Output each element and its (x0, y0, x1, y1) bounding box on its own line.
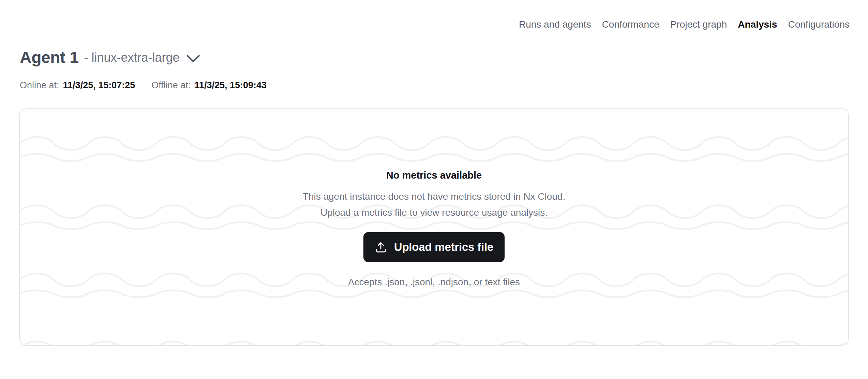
nav-item-project-graph[interactable]: Project graph (670, 19, 727, 30)
nav-item-conformance[interactable]: Conformance (602, 19, 659, 30)
empty-state-content: No metrics available This agent instance… (20, 109, 848, 345)
page-header: Agent 1 - linux-extra-large (20, 48, 200, 67)
empty-state-title: No metrics available (386, 169, 482, 181)
accepted-file-types: Accepts .json, .jsonl, .ndjson, or text … (348, 276, 520, 288)
online-at-value: 11/3/25, 15:07:25 (63, 79, 135, 91)
agent-selector-dropdown[interactable] (186, 54, 200, 64)
empty-state-description: This agent instance does not have metric… (303, 188, 565, 221)
nav-item-configurations[interactable]: Configurations (788, 19, 850, 30)
offline-at-value: 11/3/25, 15:09:43 (194, 79, 267, 91)
offline-at: Offline at: 11/3/25, 15:09:43 (151, 79, 267, 91)
page-title: Agent 1 (20, 48, 79, 67)
agent-timestamps: Online at: 11/3/25, 15:07:25 Offline at:… (20, 79, 267, 91)
upload-icon (375, 241, 387, 253)
nav-item-analysis[interactable]: Analysis (738, 19, 777, 30)
empty-state-description-line2: Upload a metrics file to view resource u… (303, 204, 565, 221)
offline-at-label: Offline at: (151, 79, 191, 91)
top-navigation: Runs and agents Conformance Project grap… (519, 19, 850, 30)
agent-launch-template: - linux-extra-large (84, 48, 180, 67)
online-at: Online at: 11/3/25, 15:07:25 (20, 79, 135, 91)
online-at-label: Online at: (20, 79, 59, 91)
nav-item-runs-and-agents[interactable]: Runs and agents (519, 19, 591, 30)
upload-metrics-file-button[interactable]: Upload metrics file (363, 232, 505, 262)
chevron-down-icon (186, 54, 200, 64)
upload-button-label: Upload metrics file (394, 241, 493, 254)
metrics-empty-state-card: No metrics available This agent instance… (19, 108, 849, 346)
empty-state-description-line1: This agent instance does not have metric… (303, 188, 565, 204)
